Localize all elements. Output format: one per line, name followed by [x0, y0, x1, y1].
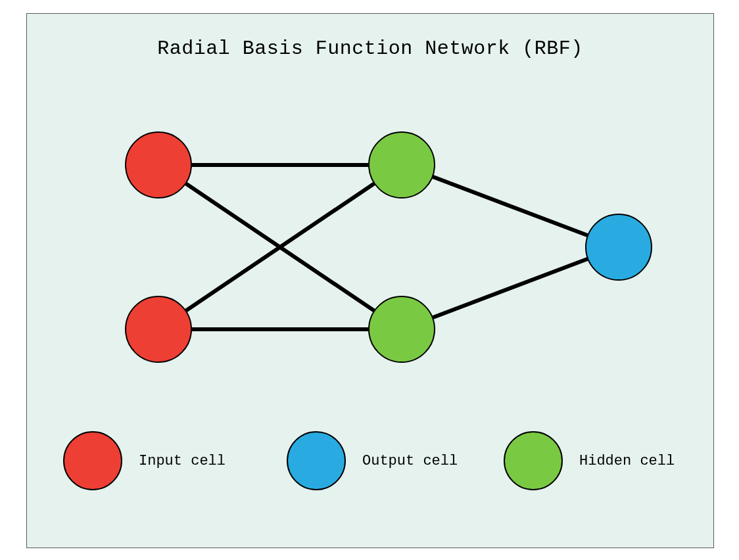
legend-hidden-swatch	[504, 432, 562, 490]
input-node-2	[126, 296, 191, 362]
legend-output-label: Output cell	[362, 453, 458, 469]
legend-hidden-label: Hidden cell	[579, 453, 675, 469]
legend-input-swatch	[64, 432, 122, 490]
legend-input-label: Input cell	[139, 453, 226, 469]
hidden-node-2	[369, 296, 435, 362]
edge-hidden2-output1	[402, 247, 619, 329]
hidden-node-1	[369, 132, 435, 198]
legend-output-swatch	[287, 432, 345, 490]
input-node-1	[126, 132, 191, 198]
output-node-1	[586, 214, 652, 280]
diagram-frame: Radial Basis Function Network (RBF) Inpu…	[26, 13, 714, 548]
edge-hidden1-output1	[402, 165, 619, 247]
